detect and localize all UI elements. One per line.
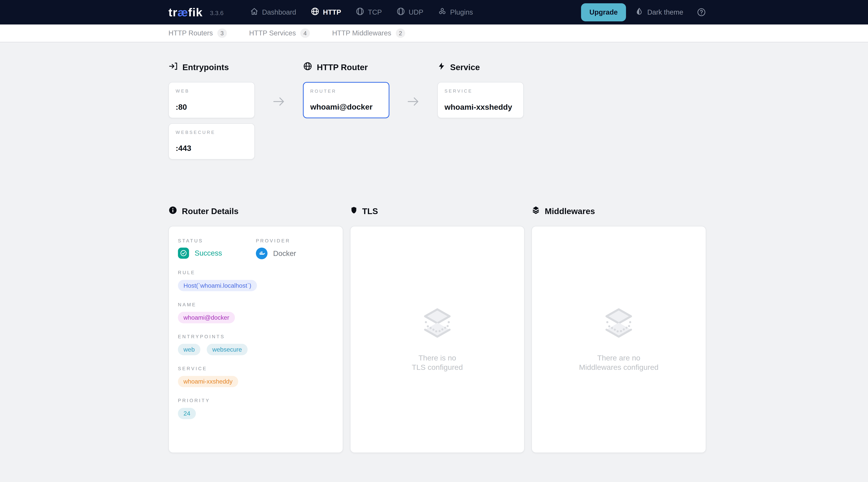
priority-label: PRIORITY bbox=[178, 398, 334, 403]
middlewares-empty-card: There are no Middlewares configured bbox=[531, 226, 706, 453]
tls-empty-line2: TLS configured bbox=[412, 363, 463, 372]
service-field: SERVICE whoami-xxsheddy bbox=[178, 366, 334, 387]
main-nav: Dashboard HTTP TCP bbox=[250, 7, 473, 18]
status-field: STATUS Success bbox=[178, 238, 256, 259]
entrypoint-label: WEB bbox=[176, 89, 248, 94]
tls-empty-text: There is no TLS configured bbox=[412, 353, 463, 372]
entrypoints-field: ENTRYPOINTS web websecure bbox=[178, 334, 334, 355]
service-heading: Service bbox=[437, 62, 524, 72]
tab-http-routers[interactable]: HTTP Routers 3 bbox=[168, 28, 227, 38]
entrypoints-heading: Entrypoints bbox=[168, 62, 255, 72]
router-details-card: STATUS Success PROVIDER bbox=[168, 226, 343, 453]
name-field: NAME whoami@docker bbox=[178, 302, 334, 323]
entrypoints-column: Entrypoints WEB :80 WEBSECURE :443 bbox=[168, 62, 255, 159]
router-details-title: Router Details bbox=[182, 206, 239, 216]
help-icon[interactable] bbox=[696, 7, 706, 17]
upgrade-button[interactable]: Upgrade bbox=[581, 3, 626, 21]
entrypoints-label: ENTRYPOINTS bbox=[178, 334, 334, 339]
nav-item-dashboard[interactable]: Dashboard bbox=[250, 7, 296, 18]
login-arrow-icon bbox=[168, 61, 178, 73]
details-row: Router Details STATUS Success bbox=[168, 206, 706, 464]
layers-icon bbox=[531, 206, 540, 216]
traefik-logo[interactable]: træfik bbox=[168, 6, 203, 18]
nav-item-label: UDP bbox=[409, 8, 424, 16]
middlewares-empty-line2: Middlewares configured bbox=[579, 363, 658, 372]
middlewares-column: Middlewares There are no bbox=[531, 206, 706, 453]
middlewares-empty-line1: There are no bbox=[579, 353, 658, 363]
empty-layers-icon bbox=[602, 307, 635, 339]
entrypoint-port: :80 bbox=[176, 102, 248, 112]
globe-icon bbox=[311, 7, 319, 18]
udp-icon bbox=[396, 7, 405, 18]
entrypoint-card-websecure[interactable]: WEBSECURE :443 bbox=[168, 123, 255, 159]
middlewares-heading: Middlewares bbox=[531, 206, 706, 216]
http-router-title: HTTP Router bbox=[317, 62, 368, 72]
nav-item-udp[interactable]: UDP bbox=[396, 7, 423, 18]
routing-flow: Entrypoints WEB :80 WEBSECURE :443 bbox=[168, 62, 706, 159]
nav-item-http[interactable]: HTTP bbox=[311, 7, 341, 18]
entrypoint-card-web[interactable]: WEB :80 bbox=[168, 82, 255, 118]
nav-item-label: TCP bbox=[368, 8, 382, 16]
logo-text: fik bbox=[188, 6, 203, 19]
tcp-icon bbox=[355, 7, 364, 18]
rule-chip: Host(`whoami.localhost`) bbox=[178, 280, 257, 291]
entrypoint-chip-websecure: websecure bbox=[207, 344, 248, 355]
service-detail-label: SERVICE bbox=[178, 366, 334, 371]
provider-value: Docker bbox=[273, 249, 296, 258]
entrypoints-title: Entrypoints bbox=[182, 62, 229, 72]
traefik-dashboard-page: træfik 3.3.6 Dashboard HTTP bbox=[0, 0, 868, 482]
nav-item-plugins[interactable]: Plugins bbox=[438, 7, 473, 18]
router-card[interactable]: ROUTER whoami@docker bbox=[303, 82, 390, 118]
rule-field: RULE Host(`whoami.localhost`) bbox=[178, 270, 334, 291]
right-arrow-icon bbox=[406, 94, 421, 109]
entrypoint-label: WEBSECURE bbox=[176, 130, 248, 135]
nav-item-label: Plugins bbox=[450, 8, 473, 16]
router-name: whoami@docker bbox=[310, 102, 382, 112]
lightning-icon bbox=[437, 62, 446, 72]
theme-toggle-label: Dark theme bbox=[647, 8, 683, 16]
service-card[interactable]: SERVICE whoami-xxsheddy bbox=[437, 82, 524, 118]
empty-layers-icon bbox=[421, 307, 454, 339]
tls-empty-card: There is no TLS configured bbox=[350, 226, 525, 453]
tab-http-services[interactable]: HTTP Services 4 bbox=[249, 28, 310, 38]
tab-label: HTTP Middlewares bbox=[332, 29, 391, 37]
rule-label: RULE bbox=[178, 270, 334, 275]
http-router-heading: HTTP Router bbox=[303, 62, 390, 72]
priority-field: PRIORITY 24 bbox=[178, 398, 334, 419]
service-column: Service SERVICE whoami-xxsheddy bbox=[437, 62, 524, 159]
version-label: 3.3.6 bbox=[210, 9, 224, 17]
provider-field: PROVIDER Docker bbox=[256, 238, 334, 259]
theme-toggle[interactable]: Dark theme bbox=[635, 7, 683, 18]
success-check-icon bbox=[178, 248, 189, 259]
nav-item-tcp[interactable]: TCP bbox=[355, 7, 382, 18]
priority-chip: 24 bbox=[178, 408, 196, 419]
status-label: STATUS bbox=[178, 238, 256, 244]
middlewares-title: Middlewares bbox=[545, 206, 595, 216]
tab-count-badge: 4 bbox=[300, 28, 310, 38]
right-arrow-icon bbox=[272, 94, 286, 109]
tab-label: HTTP Routers bbox=[168, 29, 213, 37]
flow-arrow bbox=[390, 62, 437, 159]
tab-label: HTTP Services bbox=[249, 29, 296, 37]
name-label: NAME bbox=[178, 302, 334, 307]
middlewares-empty-text: There are no Middlewares configured bbox=[579, 353, 658, 372]
entrypoint-port: :443 bbox=[176, 144, 248, 153]
globe-icon bbox=[303, 61, 312, 73]
router-details-column: Router Details STATUS Success bbox=[168, 206, 343, 453]
service-title: Service bbox=[450, 62, 480, 72]
router-details-heading: Router Details bbox=[168, 206, 343, 216]
tls-column: TLS There is no bbox=[350, 206, 525, 453]
service-name: whoami-xxsheddy bbox=[444, 102, 517, 112]
service-label: SERVICE bbox=[444, 89, 517, 94]
info-icon bbox=[168, 206, 177, 216]
plugins-icon bbox=[438, 7, 447, 18]
router-label: ROUTER bbox=[310, 89, 382, 94]
tab-count-badge: 2 bbox=[396, 28, 405, 38]
tab-http-middlewares[interactable]: HTTP Middlewares 2 bbox=[332, 28, 405, 38]
entrypoint-chip-web: web bbox=[178, 344, 200, 355]
flow-arrow bbox=[255, 62, 303, 159]
name-chip: whoami@docker bbox=[178, 312, 235, 323]
http-tabbar: HTTP Routers 3 HTTP Services 4 HTTP Midd… bbox=[0, 25, 868, 42]
status-value: Success bbox=[195, 249, 222, 257]
nav-item-label: HTTP bbox=[323, 8, 341, 16]
